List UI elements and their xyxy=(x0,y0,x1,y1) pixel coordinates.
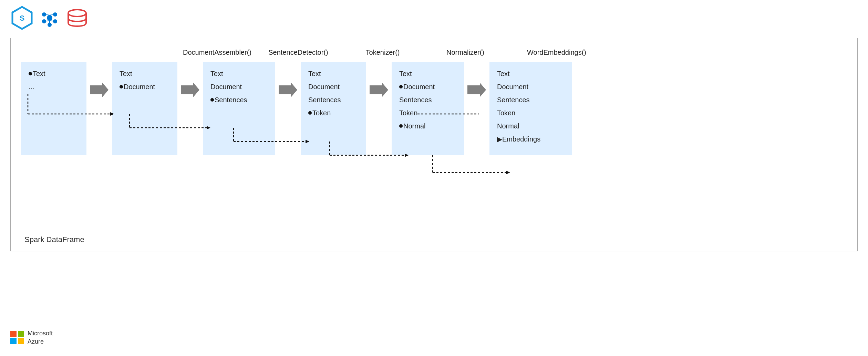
svg-marker-15 xyxy=(181,83,199,97)
tok-field-sentences: Sentences xyxy=(308,94,359,105)
we-field-document: Document xyxy=(497,81,565,92)
dot-sentences xyxy=(210,98,214,102)
dot-token xyxy=(308,111,312,115)
stage-label-word-embeddings: WordEmbeddings() xyxy=(517,49,596,56)
tokenizer-dataframe: Text Document Sentences Token xyxy=(301,62,366,155)
norm-field-token: Token xyxy=(399,107,456,118)
svg-text:S: S xyxy=(20,14,25,22)
svg-marker-16 xyxy=(279,83,297,97)
arrow-icon-1 xyxy=(90,83,108,97)
ml-logo-icon xyxy=(38,6,61,30)
stage-label-tokenizer: Tokenizer() xyxy=(352,49,414,56)
we-field-token: Token xyxy=(497,107,565,118)
arrow-1 xyxy=(86,83,112,97)
arrow-4 xyxy=(366,83,392,97)
da-field-document: Document xyxy=(120,81,170,92)
ms-sq-red xyxy=(10,331,17,337)
norm-field-normal: Normal xyxy=(399,121,456,132)
ms-sq-green xyxy=(18,331,24,337)
microsoft-azure-logo: Microsoft Azure xyxy=(10,329,53,346)
svg-marker-14 xyxy=(90,83,108,97)
we-field-text: Text xyxy=(497,68,565,79)
svg-point-2 xyxy=(47,15,52,21)
stage-label-normalizer: Normalizer() xyxy=(431,49,500,56)
da-field-text: Text xyxy=(120,68,170,79)
ms-squares-icon xyxy=(10,331,24,345)
arrow-icon-2 xyxy=(181,83,199,97)
norm-field-text: Text xyxy=(399,68,456,79)
norm-field-document: Document xyxy=(399,81,456,92)
arrow-5 xyxy=(464,83,489,97)
microsoft-azure-text: Microsoft Azure xyxy=(28,329,53,346)
spark-logo-icon: S xyxy=(10,6,34,30)
arrow-icon-3 xyxy=(279,83,297,97)
diagram-container: DocumentAssembler() SentenceDetector() T… xyxy=(10,38,858,251)
dot-normal xyxy=(399,124,403,128)
stage-label-sentence-detector: SentenceDetector() xyxy=(262,49,334,56)
ms-sq-blue xyxy=(10,338,17,344)
sd-field-text: Text xyxy=(210,68,268,79)
tok-field-token: Token xyxy=(308,107,359,118)
dot-norm-document xyxy=(399,85,403,88)
dot-text xyxy=(29,72,32,75)
sd-field-sentences: Sentences xyxy=(210,94,268,105)
svg-point-7 xyxy=(48,23,52,27)
stage-label-document-assembler: DocumentAssembler() xyxy=(183,49,245,56)
svg-marker-18 xyxy=(467,83,486,97)
header-logos: S xyxy=(10,6,89,30)
svg-point-13 xyxy=(68,10,86,17)
normalizer-dataframe: Text Document Sentences Token Normal xyxy=(392,62,464,155)
pipeline-label: Spark DataFrame xyxy=(24,235,84,244)
word-embeddings-dataframe: Text Document Sentences Token Normal ▶Em… xyxy=(489,62,572,155)
input-field-text: Text xyxy=(29,68,79,79)
svg-marker-34 xyxy=(506,171,510,174)
input-field-ellipsis: ... xyxy=(29,81,79,92)
arrow-icon-5 xyxy=(467,83,486,97)
ms-sq-yellow xyxy=(18,338,24,344)
arrow-3 xyxy=(275,83,301,97)
norm-field-sentences: Sentences xyxy=(399,94,456,105)
sentence-detector-dataframe: Text Document Sentences xyxy=(203,62,275,155)
redis-logo-icon xyxy=(65,6,89,30)
we-field-normal: Normal xyxy=(497,121,565,132)
arrow-icon-4 xyxy=(370,83,388,97)
sd-field-document: Document xyxy=(210,81,268,92)
arrow-2 xyxy=(177,83,203,97)
tok-field-document: Document xyxy=(308,81,359,92)
input-dataframe: Text ... xyxy=(21,62,86,155)
svg-marker-17 xyxy=(370,83,388,97)
we-field-embeddings: ▶Embeddings xyxy=(497,134,565,145)
tok-field-text: Text xyxy=(308,68,359,79)
dot-document xyxy=(120,85,123,88)
document-assembler-dataframe: Text Document xyxy=(112,62,177,155)
we-field-sentences: Sentences xyxy=(497,94,565,105)
